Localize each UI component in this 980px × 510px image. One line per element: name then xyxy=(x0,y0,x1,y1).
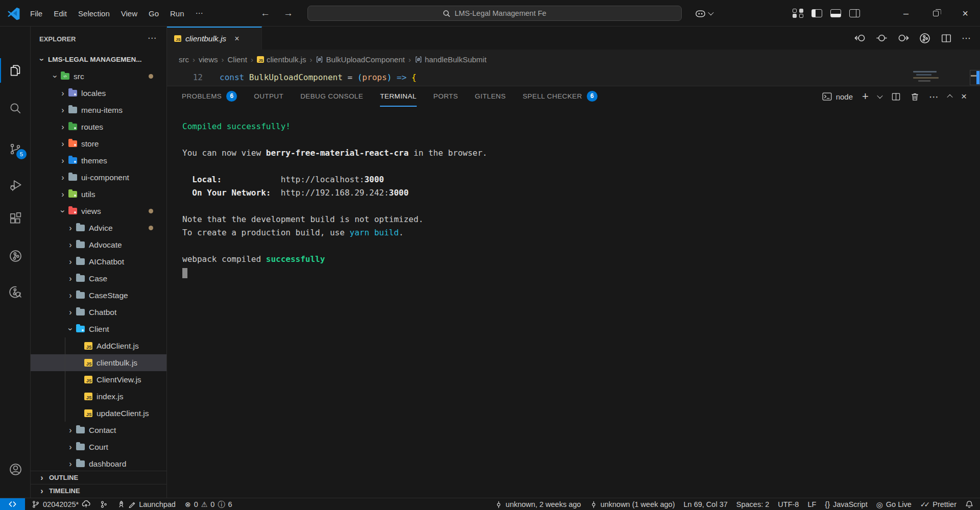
copilot-button[interactable] xyxy=(695,0,713,27)
close-tab-icon[interactable]: × xyxy=(234,34,239,43)
close-panel-icon[interactable]: × xyxy=(961,91,967,102)
project-root-row[interactable]: › LMS-LEGAL MANAGEMEN... xyxy=(31,51,166,68)
activity-extensions[interactable] xyxy=(3,206,28,231)
breadcrumb-views[interactable]: views xyxy=(199,55,218,64)
forward-icon[interactable]: → xyxy=(283,8,293,19)
breadcrumb-file[interactable]: JS clientbulk.js xyxy=(257,55,306,64)
code-editor[interactable]: 12 const BulkUploadComponent = (props) =… xyxy=(167,69,980,86)
tree-item-dashboard[interactable]: ›dashboard xyxy=(31,455,166,471)
tree-item-addclient[interactable]: JSAddClient.js xyxy=(31,337,166,354)
activity-gitlens-inspect[interactable] xyxy=(3,279,28,304)
bre adcrumb-component[interactable]: BulkUploadComponent xyxy=(316,55,404,64)
tree-item-clientbulk[interactable]: JSclientbulk.js xyxy=(31,354,166,371)
breadcrumb-src[interactable]: src xyxy=(179,55,189,64)
go-live-button[interactable]: ◎ Go Live xyxy=(873,498,915,510)
breadcrumb-client[interactable]: Client xyxy=(228,55,247,64)
explorer-more-icon[interactable]: ⋯ xyxy=(148,33,156,43)
tree-item-casestage[interactable]: ›CaseStage xyxy=(31,287,166,304)
menu-edit[interactable]: Edit xyxy=(48,0,73,27)
activity-search[interactable] xyxy=(3,96,28,120)
customize-layout-icon[interactable] xyxy=(793,9,803,18)
activity-gitlens[interactable] xyxy=(3,244,28,268)
toggle-sidebar-icon[interactable] xyxy=(811,9,822,17)
back-icon[interactable]: ← xyxy=(260,8,270,19)
commit-graph-button[interactable] xyxy=(96,498,111,510)
prettier-status[interactable]: ✓✓ Prettier xyxy=(917,498,960,510)
terminal-dropdown-icon[interactable] xyxy=(877,93,882,99)
tab-gitlens[interactable]: GITLENS xyxy=(475,86,506,107)
tree-item-src[interactable]: ›src xyxy=(31,68,166,85)
tree-item-themes[interactable]: ›themes xyxy=(31,152,166,169)
tree-item-case[interactable]: ›Case xyxy=(31,270,166,287)
terminal-output[interactable]: Compiled successfully! You can now view … xyxy=(167,107,980,498)
tab-problems[interactable]: PROBLEMS6 xyxy=(182,86,237,107)
language-status[interactable]: {} JavaScript xyxy=(821,498,871,510)
tree-item-aichatbot[interactable]: ›AIChatbot xyxy=(31,253,166,270)
commit-status[interactable]: unknown (1 week ago) xyxy=(586,498,679,510)
overview-ruler[interactable] xyxy=(970,70,980,85)
toggle-panel-icon[interactable] xyxy=(830,9,841,17)
indentation-status[interactable]: Spaces: 2 xyxy=(733,498,773,510)
tree-item-ui-component[interactable]: ›ui-component xyxy=(31,169,166,186)
panel-more-icon[interactable]: ⋯ xyxy=(929,91,939,103)
tree-item-chatbot[interactable]: ›Chatbot xyxy=(31,304,166,321)
menu-run[interactable]: Run xyxy=(164,0,190,27)
tab-spell-checker[interactable]: SPELL CHECKER6 xyxy=(522,86,597,107)
blame-status[interactable]: unknown, 2 weeks ago xyxy=(491,498,585,510)
maximize-panel-icon[interactable] xyxy=(947,94,952,100)
timeline-section[interactable]: › TIMELINE xyxy=(31,484,166,497)
tree-item-advice[interactable]: ›Advice xyxy=(31,220,166,236)
tree-item-court[interactable]: ›Court xyxy=(31,439,166,455)
minimap[interactable] xyxy=(913,71,939,83)
editor-more-icon[interactable]: ⋯ xyxy=(962,33,971,44)
command-center-search[interactable]: LMS-Legal Management Fe xyxy=(307,6,682,21)
next-change-icon[interactable] xyxy=(897,32,909,44)
activity-accounts[interactable] xyxy=(3,457,28,481)
notifications-button[interactable] xyxy=(962,498,977,510)
activity-source-control[interactable]: 5 xyxy=(3,137,28,161)
toggle-secondary-sidebar-icon[interactable] xyxy=(849,9,860,17)
tab-clientbulk[interactable]: JS clientbulk.js × xyxy=(167,27,262,50)
tree-item-views[interactable]: ›views xyxy=(31,203,166,220)
menu-view[interactable]: View xyxy=(115,0,143,27)
close-window-button[interactable]: × xyxy=(950,0,980,27)
breadcrumb-method[interactable]: handleBulkSubmit xyxy=(415,55,487,64)
current-change-icon[interactable] xyxy=(876,32,888,44)
tab-terminal[interactable]: TERMINAL xyxy=(380,86,416,107)
tree-item-updateclient[interactable]: JSupdateClient.js xyxy=(31,405,166,422)
tree-item-store[interactable]: ›store xyxy=(31,135,166,152)
menu-file[interactable]: File xyxy=(25,0,48,27)
tree-item-advocate[interactable]: ›Advocate xyxy=(31,236,166,253)
activity-explorer[interactable] xyxy=(3,58,28,83)
tree-item-utils[interactable]: ›utils xyxy=(31,186,166,203)
remote-indicator[interactable] xyxy=(0,498,25,510)
encoding-status[interactable]: UTF-8 xyxy=(774,498,802,510)
split-terminal-icon[interactable] xyxy=(891,92,901,102)
gitlens-graph-icon[interactable] xyxy=(919,32,931,44)
launchpad-status[interactable]: Launchpad xyxy=(113,498,179,510)
menu-more-icon[interactable]: ⋯ xyxy=(190,0,209,27)
tree-item-index[interactable]: JSindex.js xyxy=(31,388,166,405)
activity-run-debug[interactable] xyxy=(3,173,28,197)
tab-debug-console[interactable]: DEBUG CONSOLE xyxy=(300,86,363,107)
tree-item-menu-items[interactable]: ›menu-items xyxy=(31,102,166,118)
tab-ports[interactable]: PORTS xyxy=(434,86,458,107)
tree-item-client[interactable]: ›Client xyxy=(31,321,166,337)
menu-go[interactable]: Go xyxy=(143,0,164,27)
tab-output[interactable]: OUTPUT xyxy=(254,86,283,107)
tree-item-contact[interactable]: ›Contact xyxy=(31,422,166,439)
minimize-button[interactable]: – xyxy=(891,0,921,27)
split-editor-icon[interactable] xyxy=(941,33,952,44)
restore-button[interactable] xyxy=(921,0,950,27)
branch-status[interactable]: 02042025* xyxy=(28,498,94,510)
menu-selection[interactable]: Selection xyxy=(73,0,115,27)
terminal-instance[interactable]: node xyxy=(822,91,853,102)
problems-status[interactable]: ⊗ 0 ⚠ 0 ⓘ 6 xyxy=(181,498,236,510)
eol-status[interactable]: LF xyxy=(804,498,820,510)
cursor-position[interactable]: Ln 69, Col 37 xyxy=(680,498,731,510)
new-terminal-icon[interactable]: + xyxy=(862,90,869,103)
prev-change-icon[interactable] xyxy=(854,32,866,44)
scrollbar-thumb[interactable] xyxy=(976,71,979,84)
tree-item-clientview[interactable]: JSClientView.js xyxy=(31,371,166,388)
kill-terminal-icon[interactable] xyxy=(910,92,920,102)
